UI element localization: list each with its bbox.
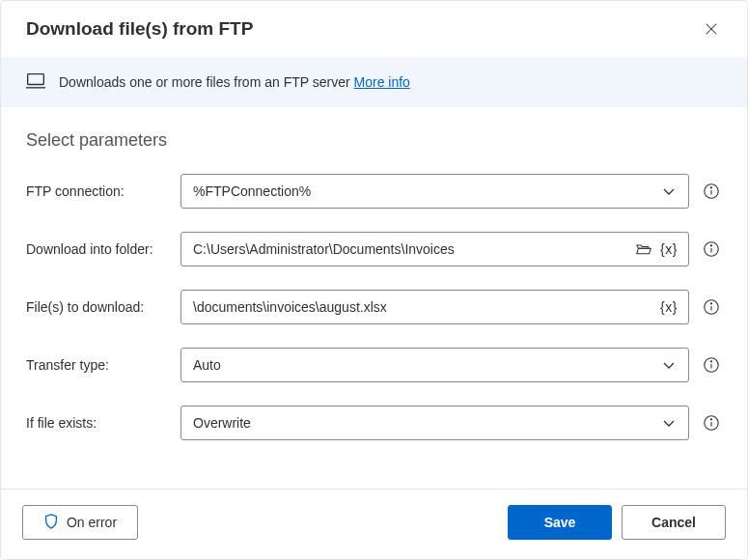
if-file-exists-value: Overwrite xyxy=(193,415,655,431)
if-file-exists-select[interactable]: Overwrite xyxy=(180,406,689,440)
insert-variable-button[interactable]: {x} xyxy=(657,238,680,261)
chevron-down-icon xyxy=(657,411,680,434)
field-ftp-connection: FTP connection: %FTPConnection% xyxy=(26,174,722,209)
insert-variable-button[interactable]: {x} xyxy=(657,295,680,319)
ftp-connection-label: FTP connection: xyxy=(26,183,180,199)
on-error-button[interactable]: On error xyxy=(22,505,138,540)
info-icon xyxy=(703,356,720,374)
svg-point-6 xyxy=(710,187,711,188)
dialog-footer: On error Save Cancel xyxy=(1,489,747,559)
folder-open-icon xyxy=(636,241,651,257)
files-to-download-input[interactable]: \documents\invoices\august.xlsx {x} xyxy=(180,290,689,324)
chevron-down-icon xyxy=(657,353,680,377)
download-folder-info-button[interactable] xyxy=(701,238,722,260)
download-folder-label: Download into folder: xyxy=(26,241,180,257)
svg-point-15 xyxy=(710,361,711,362)
field-download-folder: Download into folder: C:\Users\Administr… xyxy=(26,232,722,266)
files-to-download-label: File(s) to download: xyxy=(26,299,180,315)
desktop-icon xyxy=(26,72,45,92)
transfer-type-value: Auto xyxy=(193,357,655,373)
section-title: Select parameters xyxy=(26,130,722,151)
svg-point-12 xyxy=(710,303,711,304)
svg-point-9 xyxy=(710,245,711,246)
info-icon xyxy=(703,298,720,316)
dialog-header: Download file(s) from FTP xyxy=(1,1,747,57)
transfer-type-info-button[interactable] xyxy=(701,354,722,376)
svg-rect-2 xyxy=(28,74,44,85)
cancel-button[interactable]: Cancel xyxy=(622,505,726,540)
if-file-exists-label: If file exists: xyxy=(26,415,180,431)
download-folder-input[interactable]: C:\Users\Administrator\Documents\Invoice… xyxy=(180,232,689,266)
cancel-label: Cancel xyxy=(651,515,696,530)
close-icon xyxy=(705,22,718,36)
download-folder-value: C:\Users\Administrator\Documents\Invoice… xyxy=(193,241,630,257)
save-button[interactable]: Save xyxy=(508,505,612,540)
transfer-type-select[interactable]: Auto xyxy=(180,348,689,382)
save-label: Save xyxy=(544,515,576,530)
banner-text: Downloads one or more files from an FTP … xyxy=(59,74,410,90)
on-error-label: On error xyxy=(67,515,117,530)
info-icon xyxy=(703,182,720,200)
more-info-link[interactable]: More info xyxy=(354,74,410,90)
field-transfer-type: Transfer type: Auto xyxy=(26,348,722,382)
variable-icon: {x} xyxy=(660,299,678,315)
browse-folder-button[interactable] xyxy=(632,238,655,261)
ftp-connection-info-button[interactable] xyxy=(701,181,722,202)
info-icon xyxy=(703,240,720,258)
svg-point-18 xyxy=(710,419,711,420)
field-if-file-exists: If file exists: Overwrite xyxy=(26,406,722,440)
field-files-to-download: File(s) to download: \documents\invoices… xyxy=(26,290,722,324)
info-banner: Downloads one or more files from an FTP … xyxy=(1,57,747,107)
files-to-download-value: \documents\invoices\august.xlsx xyxy=(193,299,655,315)
ftp-connection-select[interactable]: %FTPConnection% xyxy=(180,174,689,209)
dialog-title: Download file(s) from FTP xyxy=(26,18,253,40)
info-icon xyxy=(703,414,720,432)
ftp-connection-value: %FTPConnection% xyxy=(193,183,655,199)
chevron-down-icon xyxy=(657,180,680,203)
variable-icon: {x} xyxy=(660,241,678,257)
content: Select parameters FTP connection: %FTPCo… xyxy=(1,107,747,489)
if-file-exists-info-button[interactable] xyxy=(701,412,722,434)
shield-icon xyxy=(43,514,59,532)
transfer-type-label: Transfer type: xyxy=(26,357,180,373)
dialog: Download file(s) from FTP Downloads one … xyxy=(0,0,748,560)
files-to-download-info-button[interactable] xyxy=(701,296,722,318)
close-button[interactable] xyxy=(701,18,722,40)
